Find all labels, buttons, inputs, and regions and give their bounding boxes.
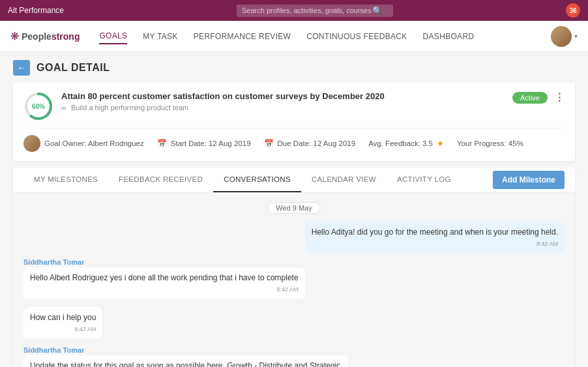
top-bar-right: 36 (566, 3, 580, 18)
tab-activity-log[interactable]: ACTIVITY LOG (387, 168, 462, 192)
sender-name-3: Siddhartha Tomar (23, 346, 348, 354)
your-progress: Your Progress: 45% (457, 139, 523, 147)
nav-continuous-feedback[interactable]: CONTINUOUS FEEDBACK (306, 29, 407, 44)
tabs-bar: MY MILESTONES FEEDBACK RECEIVED CONVERSA… (13, 168, 575, 193)
nav-my-task[interactable]: MY TASK (143, 29, 177, 44)
tab-calendar-view[interactable]: CALENDAR VIEW (301, 168, 387, 192)
goal-info: Attain 80 percent customer satisfaction … (61, 91, 385, 111)
more-options-button[interactable]: ⋮ (554, 91, 565, 104)
star-icon: ★ (437, 139, 444, 148)
goal-owner-label: Goal Owner: Albert Rodriguez (44, 139, 144, 147)
date-badge: Wed 9 May (267, 202, 320, 214)
progress-label: 60% (32, 103, 45, 110)
nav-performance-review[interactable]: PERFORMANCE REVIEW (194, 29, 291, 44)
received-message-3: Update the status for this goal as soon … (23, 355, 348, 367)
avatar-chevron: ▾ (574, 33, 578, 40)
sender-name-1: Siddhartha Tomar (23, 258, 305, 266)
goal-detail-header: ← GOAL DETAIL (13, 60, 575, 76)
goal-card-right: Active ⋮ (512, 91, 565, 104)
avatar-image (551, 26, 572, 47)
nav-items: GOALS MY TASK PERFORMANCE REVIEW CONTINU… (99, 29, 551, 44)
sent-message-text: Hello Aditya! did you go for the meeting… (312, 228, 558, 237)
logo: ❋ Peoplestrong (10, 30, 80, 42)
received-group-2: How can i help you 8:42 AM (23, 307, 102, 341)
received-message-text-3: Update the status for this goal as soon … (30, 361, 340, 367)
search-bar[interactable]: 🔍 (237, 5, 393, 17)
start-date-label: Start Date: 12 Aug 2019 (171, 139, 251, 147)
conversations-area: Wed 9 May Hello Aditya! did you go for t… (13, 193, 575, 367)
due-date-label: Due Date: 12 Aug 2019 (278, 139, 356, 147)
due-date: 📅 Due Date: 12 Aug 2019 (264, 139, 356, 148)
goal-card-left: 60% Attain 80 percent customer satisfact… (23, 91, 385, 121)
received-message-text-1: Hello Albert Rodriguez yes i done all th… (30, 273, 299, 282)
your-progress-label: Your Progress: 45% (457, 139, 523, 147)
owner-avatar (23, 135, 40, 152)
notification-bell[interactable]: 36 (566, 3, 580, 18)
tab-conversations[interactable]: CONVERSATIONS (213, 168, 301, 192)
page-content: ← GOAL DETAIL 60% Attain 80 percent cust… (0, 52, 588, 367)
add-milestone-button[interactable]: Add Milestone (493, 171, 565, 189)
sent-message: Hello Aditya! did you go for the meeting… (305, 222, 565, 253)
start-date: 📅 Start Date: 12 Aug 2019 (157, 139, 251, 148)
search-icon: 🔍 (372, 6, 383, 16)
received-group-3: Siddhartha Tomar Update the status for t… (23, 346, 348, 367)
received-message-text-2: How can i help you (30, 313, 96, 322)
received-message-2: How can i help you 8:42 AM (23, 307, 102, 338)
received-message-time-1: 8:42 AM (30, 286, 299, 294)
back-button[interactable]: ← (13, 60, 30, 76)
goal-parent-text: Build a high performing product team (71, 104, 188, 111)
logo-icon: ❋ (10, 30, 19, 42)
top-bar: Alt Performance 🔍 36 (0, 0, 588, 21)
goal-owner: Goal Owner: Albert Rodriguez (23, 135, 144, 152)
page-title: GOAL DETAIL (37, 62, 110, 74)
nav-dashboard[interactable]: DASHBOARD (423, 29, 475, 44)
avg-feedback-label: Avg. Feedback: 3.5 (368, 139, 433, 147)
goal-parent: ∞ Build a high performing product team (61, 104, 385, 111)
tab-feedback-received[interactable]: FEEDBACK RECEIVED (108, 168, 213, 192)
logo-people: People (22, 31, 51, 42)
due-calendar-icon: 📅 (264, 139, 274, 148)
calendar-icon: 📅 (157, 139, 167, 148)
avg-feedback: Avg. Feedback: 3.5 ★ (368, 139, 444, 148)
main-nav: ❋ Peoplestrong GOALS MY TASK PERFORMANCE… (0, 21, 588, 52)
user-avatar[interactable] (551, 26, 572, 47)
infinity-icon: ∞ (61, 104, 66, 111)
progress-circle: 60% (23, 91, 53, 121)
search-input[interactable] (242, 7, 372, 14)
goal-card: 60% Attain 80 percent customer satisfact… (13, 82, 575, 161)
sent-message-time: 8:42 AM (312, 240, 558, 248)
logo-strong: strong (51, 31, 80, 42)
tabs-list: MY MILESTONES FEEDBACK RECEIVED CONVERSA… (23, 168, 493, 192)
goal-card-top: 60% Attain 80 percent customer satisfact… (23, 91, 565, 121)
received-message-1: Hello Albert Rodriguez yes i done all th… (23, 267, 305, 299)
status-badge: Active (512, 92, 548, 104)
tab-my-milestones[interactable]: MY MILESTONES (23, 168, 108, 192)
main-card: MY MILESTONES FEEDBACK RECEIVED CONVERSA… (13, 168, 575, 367)
app-title: Alt Performance (8, 6, 64, 15)
date-separator: Wed 9 May (23, 202, 565, 214)
nav-goals[interactable]: GOALS (99, 29, 127, 44)
received-group-1: Siddhartha Tomar Hello Albert Rodriguez … (23, 258, 305, 301)
received-message-time-2: 8:42 AM (30, 325, 96, 334)
goal-title: Attain 80 percent customer satisfaction … (61, 91, 385, 101)
goal-meta: Goal Owner: Albert Rodriguez 📅 Start Dat… (23, 128, 565, 152)
